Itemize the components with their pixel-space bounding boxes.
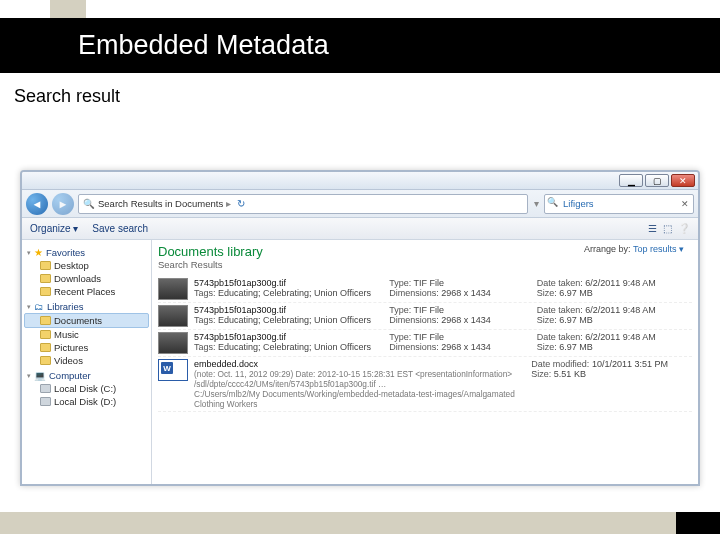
nav-group-favorites[interactable]: ★Favorites: [27, 247, 149, 258]
search-input[interactable]: Lifigers ✕: [544, 194, 694, 214]
history-dropdown-icon[interactable]: ▾: [532, 198, 540, 209]
tif-thumbnail-icon: [158, 332, 188, 354]
computer-icon: 💻: [34, 370, 46, 381]
tif-thumbnail-icon: [158, 278, 188, 300]
result-path: C:/Users/mlb2/My Documents/Working/embed…: [194, 389, 515, 409]
nav-item-pictures[interactable]: Pictures: [24, 341, 149, 354]
back-button[interactable]: ◄: [26, 193, 48, 215]
nav-group-label: Libraries: [47, 301, 83, 312]
drive-icon: [40, 397, 51, 406]
slide-accent-bottom: [0, 512, 720, 534]
refresh-button[interactable]: ↻: [234, 198, 248, 209]
arrange-by-dropdown[interactable]: Top results ▾: [633, 244, 684, 254]
maximize-button[interactable]: ▢: [645, 174, 669, 187]
nav-item-downloads[interactable]: Downloads: [24, 272, 149, 285]
save-search-button[interactable]: Save search: [92, 223, 148, 234]
nav-item-recent-places[interactable]: Recent Places: [24, 285, 149, 298]
close-button[interactable]: ✕: [671, 174, 695, 187]
breadcrumb[interactable]: 🔍 Search Results in Documents ▸ ↻: [78, 194, 528, 214]
folder-icon: [40, 287, 51, 296]
search-term: Lifigers: [563, 198, 594, 209]
nav-item-desktop[interactable]: Desktop: [24, 259, 149, 272]
nav-group-libraries[interactable]: 🗂Libraries: [27, 301, 149, 312]
result-filename: 5743pb15f01ap300g.tif: [194, 332, 373, 342]
search-scope-icon: 🔍: [83, 198, 95, 209]
result-row[interactable]: 5743pb15f01ap300g.tif Tags: Educating; C…: [158, 276, 692, 303]
minimize-button[interactable]: ▁: [619, 174, 643, 187]
folder-icon: [40, 343, 51, 352]
result-snippet: (note: Oct. 11, 2012 09:29) Date: 2012-1…: [194, 369, 515, 389]
help-icon[interactable]: ❔: [678, 223, 690, 234]
nav-item-drive-c[interactable]: Local Disk (C:): [24, 382, 149, 395]
result-row[interactable]: 5743pb15f01ap300g.tif Tags: Educating; C…: [158, 330, 692, 357]
library-icon: 🗂: [34, 301, 44, 312]
library-subtitle: Search Results: [158, 259, 692, 270]
result-row[interactable]: 5743pb15f01ap300g.tif Tags: Educating; C…: [158, 303, 692, 330]
slide-accent-top: [50, 0, 86, 18]
nav-item-music[interactable]: Music: [24, 328, 149, 341]
docx-thumbnail-icon: [158, 359, 188, 381]
result-filename: 5743pb15f01ap300g.tif: [194, 278, 373, 288]
address-toolbar: ◄ ► 🔍 Search Results in Documents ▸ ↻ ▾ …: [22, 190, 698, 218]
forward-button[interactable]: ►: [52, 193, 74, 215]
drive-icon: [40, 384, 51, 393]
folder-icon: [40, 274, 51, 283]
chevron-right-icon: ▸: [226, 198, 231, 209]
slide-subtitle: Search result: [14, 86, 120, 107]
preview-pane-icon[interactable]: ⬚: [663, 223, 672, 234]
breadcrumb-text: Search Results in Documents: [98, 198, 223, 209]
folder-icon: [40, 261, 51, 270]
tif-thumbnail-icon: [158, 305, 188, 327]
nav-group-label: Computer: [49, 370, 91, 381]
arrange-by: Arrange by: Top results ▾: [584, 244, 684, 254]
folder-icon: [40, 316, 51, 325]
result-row[interactable]: embedded.docx (note: Oct. 11, 2012 09:29…: [158, 357, 692, 412]
star-icon: ★: [34, 247, 43, 258]
window-titlebar: ▁ ▢ ✕: [22, 172, 698, 190]
clear-search-button[interactable]: ✕: [681, 199, 689, 209]
slide-title: Embedded Metadata: [0, 18, 720, 73]
content-pane: Documents library Search Results Arrange…: [152, 240, 698, 484]
folder-icon: [40, 330, 51, 339]
result-filename: 5743pb15f01ap300g.tif: [194, 305, 373, 315]
nav-group-label: Favorites: [46, 247, 85, 258]
view-options-icon[interactable]: ☰: [648, 223, 657, 234]
explorer-window: ▁ ▢ ✕ ◄ ► 🔍 Search Results in Documents …: [20, 170, 700, 486]
nav-item-videos[interactable]: Videos: [24, 354, 149, 367]
result-filename: embedded.docx: [194, 359, 515, 369]
folder-icon: [40, 356, 51, 365]
nav-item-documents[interactable]: Documents: [24, 313, 149, 328]
navigation-pane: ★Favorites Desktop Downloads Recent Plac…: [22, 240, 152, 484]
nav-group-computer[interactable]: 💻Computer: [27, 370, 149, 381]
command-bar: Organize ▾ Save search ☰ ⬚ ❔: [22, 218, 698, 240]
nav-item-drive-d[interactable]: Local Disk (D:): [24, 395, 149, 408]
organize-menu[interactable]: Organize ▾: [30, 223, 78, 234]
